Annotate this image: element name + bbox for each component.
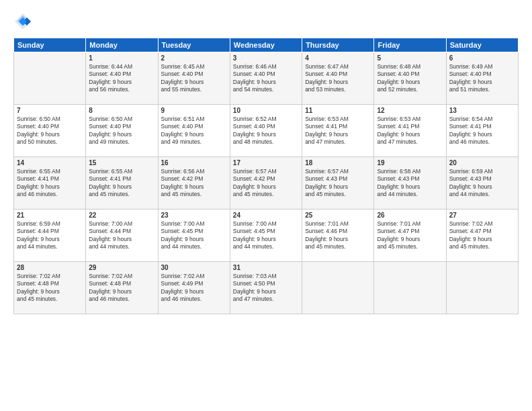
calendar-cell: 27Sunrise: 7:02 AMSunset: 4:47 PMDayligh… [446, 210, 518, 262]
day-number: 6 [449, 54, 515, 62]
day-number: 23 [161, 212, 227, 219]
cell-info: Sunrise: 6:52 AMSunset: 4:40 PMDaylight:… [233, 116, 299, 146]
calendar-cell: 11Sunrise: 6:53 AMSunset: 4:41 PMDayligh… [302, 105, 374, 157]
day-number: 27 [449, 212, 515, 219]
day-number: 14 [17, 159, 83, 167]
calendar-cell: 9Sunrise: 6:51 AMSunset: 4:40 PMDaylight… [158, 105, 230, 157]
cell-info: Sunrise: 6:53 AMSunset: 4:41 PMDaylight:… [377, 116, 443, 146]
cell-info: Sunrise: 6:45 AMSunset: 4:40 PMDaylight:… [161, 63, 227, 94]
day-number: 4 [305, 54, 371, 62]
cell-info: Sunrise: 7:02 AMSunset: 4:48 PMDaylight:… [17, 273, 83, 304]
week-row-3: 21Sunrise: 6:59 AMSunset: 4:44 PMDayligh… [14, 210, 519, 262]
day-number: 5 [377, 54, 443, 62]
calendar-cell: 22Sunrise: 7:00 AMSunset: 4:44 PMDayligh… [86, 210, 158, 262]
calendar-cell: 3Sunrise: 6:46 AMSunset: 4:40 PMDaylight… [230, 52, 302, 105]
calendar-cell [446, 262, 518, 314]
calendar-cell: 16Sunrise: 6:56 AMSunset: 4:42 PMDayligh… [158, 157, 230, 210]
calendar-cell: 14Sunrise: 6:55 AMSunset: 4:41 PMDayligh… [14, 157, 86, 210]
day-number: 19 [377, 159, 443, 167]
calendar-cell [302, 262, 374, 314]
week-row-2: 14Sunrise: 6:55 AMSunset: 4:41 PMDayligh… [14, 157, 519, 210]
calendar-cell: 19Sunrise: 6:58 AMSunset: 4:43 PMDayligh… [374, 157, 446, 210]
day-number: 2 [161, 54, 227, 62]
calendar-cell: 10Sunrise: 6:52 AMSunset: 4:40 PMDayligh… [230, 105, 302, 157]
calendar-cell: 31Sunrise: 7:03 AMSunset: 4:50 PMDayligh… [230, 262, 302, 314]
day-number: 26 [377, 212, 443, 219]
cell-info: Sunrise: 7:02 AMSunset: 4:47 PMDaylight:… [449, 220, 515, 251]
column-header-saturday: Saturday [446, 38, 518, 52]
calendar-cell [374, 262, 446, 314]
cell-info: Sunrise: 6:55 AMSunset: 4:41 PMDaylight:… [17, 168, 83, 199]
calendar-cell: 8Sunrise: 6:50 AMSunset: 4:40 PMDaylight… [86, 105, 158, 157]
day-number: 16 [161, 159, 227, 167]
day-number: 20 [449, 159, 515, 167]
cell-info: Sunrise: 6:51 AMSunset: 4:40 PMDaylight:… [161, 116, 227, 146]
calendar-cell: 23Sunrise: 7:00 AMSunset: 4:45 PMDayligh… [158, 210, 230, 262]
calendar-cell: 7Sunrise: 6:50 AMSunset: 4:40 PMDaylight… [14, 105, 86, 157]
cell-info: Sunrise: 6:50 AMSunset: 4:40 PMDaylight:… [17, 116, 83, 146]
week-row-0: 1Sunrise: 6:44 AMSunset: 4:40 PMDaylight… [14, 52, 519, 105]
cell-info: Sunrise: 6:54 AMSunset: 4:41 PMDaylight:… [449, 116, 515, 146]
cell-info: Sunrise: 6:46 AMSunset: 4:40 PMDaylight:… [233, 63, 299, 94]
cell-info: Sunrise: 6:59 AMSunset: 4:44 PMDaylight:… [17, 220, 83, 251]
column-header-sunday: Sunday [14, 38, 86, 52]
calendar-cell: 24Sunrise: 7:00 AMSunset: 4:45 PMDayligh… [230, 210, 302, 262]
logo-icon [13, 12, 32, 31]
day-number: 30 [161, 264, 227, 271]
week-row-1: 7Sunrise: 6:50 AMSunset: 4:40 PMDaylight… [14, 105, 519, 157]
cell-info: Sunrise: 7:00 AMSunset: 4:45 PMDaylight:… [161, 220, 227, 251]
calendar-cell: 17Sunrise: 6:57 AMSunset: 4:42 PMDayligh… [230, 157, 302, 210]
day-number: 1 [89, 54, 154, 62]
day-number: 7 [17, 107, 83, 114]
cell-info: Sunrise: 6:56 AMSunset: 4:42 PMDaylight:… [161, 168, 227, 199]
calendar-cell [14, 52, 86, 105]
calendar-cell: 18Sunrise: 6:57 AMSunset: 4:43 PMDayligh… [302, 157, 374, 210]
cell-info: Sunrise: 7:00 AMSunset: 4:44 PMDaylight:… [89, 220, 154, 251]
day-number: 13 [449, 107, 515, 114]
cell-info: Sunrise: 6:57 AMSunset: 4:43 PMDaylight:… [305, 168, 371, 199]
logo [13, 12, 35, 31]
header-row: SundayMondayTuesdayWednesdayThursdayFrid… [14, 38, 519, 52]
calendar-cell: 15Sunrise: 6:55 AMSunset: 4:41 PMDayligh… [86, 157, 158, 210]
day-number: 29 [89, 264, 154, 271]
cell-info: Sunrise: 6:57 AMSunset: 4:42 PMDaylight:… [233, 168, 299, 199]
day-number: 21 [17, 212, 83, 219]
day-number: 24 [233, 212, 299, 219]
day-number: 8 [89, 107, 154, 114]
cell-info: Sunrise: 6:48 AMSunset: 4:40 PMDaylight:… [377, 63, 443, 94]
calendar-table: SundayMondayTuesdayWednesdayThursdayFrid… [13, 38, 519, 314]
cell-info: Sunrise: 6:55 AMSunset: 4:41 PMDaylight:… [89, 168, 154, 199]
cell-info: Sunrise: 6:59 AMSunset: 4:43 PMDaylight:… [449, 168, 515, 199]
cell-info: Sunrise: 6:53 AMSunset: 4:41 PMDaylight:… [305, 116, 371, 146]
cell-info: Sunrise: 7:00 AMSunset: 4:45 PMDaylight:… [233, 220, 299, 251]
cell-info: Sunrise: 6:49 AMSunset: 4:40 PMDaylight:… [449, 63, 515, 94]
calendar-page: SundayMondayTuesdayWednesdayThursdayFrid… [0, 0, 532, 411]
cell-info: Sunrise: 6:50 AMSunset: 4:40 PMDaylight:… [89, 116, 154, 146]
cell-info: Sunrise: 7:01 AMSunset: 4:46 PMDaylight:… [305, 220, 371, 251]
column-header-monday: Monday [86, 38, 158, 52]
calendar-cell: 28Sunrise: 7:02 AMSunset: 4:48 PMDayligh… [14, 262, 86, 314]
calendar-cell: 21Sunrise: 6:59 AMSunset: 4:44 PMDayligh… [14, 210, 86, 262]
cell-info: Sunrise: 7:03 AMSunset: 4:50 PMDaylight:… [233, 273, 299, 304]
week-row-4: 28Sunrise: 7:02 AMSunset: 4:48 PMDayligh… [14, 262, 519, 314]
cell-info: Sunrise: 6:44 AMSunset: 4:40 PMDaylight:… [89, 63, 154, 94]
cell-info: Sunrise: 7:02 AMSunset: 4:49 PMDaylight:… [161, 273, 227, 304]
day-number: 25 [305, 212, 371, 219]
calendar-cell: 30Sunrise: 7:02 AMSunset: 4:49 PMDayligh… [158, 262, 230, 314]
day-number: 18 [305, 159, 371, 167]
cell-info: Sunrise: 6:58 AMSunset: 4:43 PMDaylight:… [377, 168, 443, 199]
calendar-cell: 12Sunrise: 6:53 AMSunset: 4:41 PMDayligh… [374, 105, 446, 157]
cell-info: Sunrise: 6:47 AMSunset: 4:40 PMDaylight:… [305, 63, 371, 94]
column-header-wednesday: Wednesday [230, 38, 302, 52]
cell-info: Sunrise: 7:01 AMSunset: 4:47 PMDaylight:… [377, 220, 443, 251]
day-number: 9 [161, 107, 227, 114]
calendar-cell: 4Sunrise: 6:47 AMSunset: 4:40 PMDaylight… [302, 52, 374, 105]
day-number: 12 [377, 107, 443, 114]
cell-info: Sunrise: 7:02 AMSunset: 4:48 PMDaylight:… [89, 273, 154, 304]
header [13, 12, 519, 31]
day-number: 28 [17, 264, 83, 271]
column-header-thursday: Thursday [302, 38, 374, 52]
calendar-cell: 25Sunrise: 7:01 AMSunset: 4:46 PMDayligh… [302, 210, 374, 262]
day-number: 11 [305, 107, 371, 114]
calendar-cell: 5Sunrise: 6:48 AMSunset: 4:40 PMDaylight… [374, 52, 446, 105]
